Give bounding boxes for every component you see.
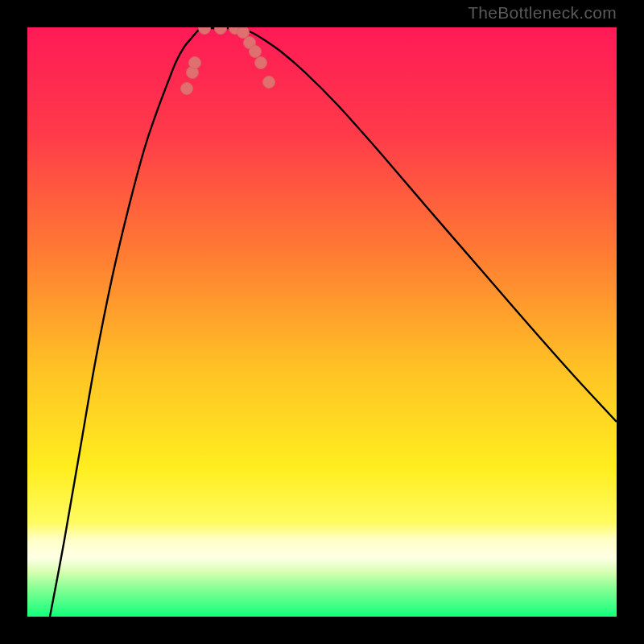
data-marker (255, 57, 267, 69)
data-marker (181, 83, 193, 95)
data-marker (237, 27, 250, 39)
chart-container: TheBottleneck.com (0, 0, 644, 644)
marker-layer (27, 27, 617, 617)
data-marker (263, 76, 275, 89)
data-marker (250, 46, 262, 58)
data-marker (189, 57, 201, 69)
data-marker (215, 27, 227, 35)
attribution-text: TheBottleneck.com (468, 3, 617, 23)
data-marker (199, 27, 211, 35)
